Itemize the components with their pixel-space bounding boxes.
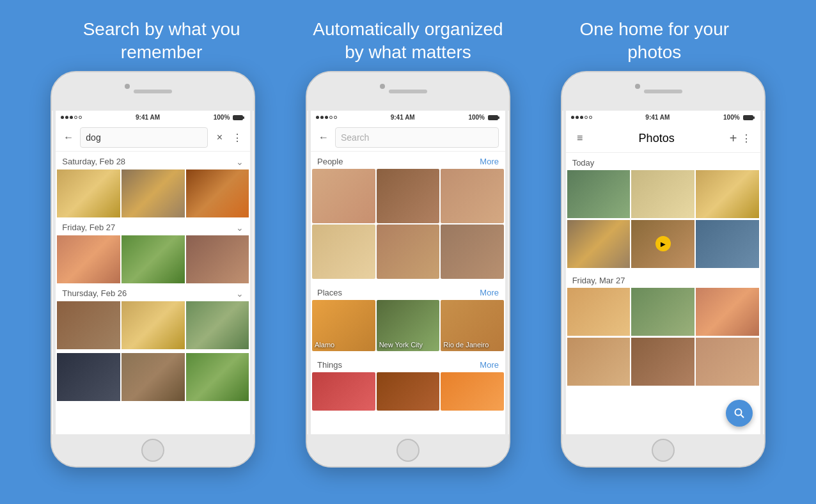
- status-bar-left: 9:41 AM 100%: [56, 111, 250, 125]
- date-label-1: Saturday, Feb 28: [62, 157, 125, 166]
- photo-grid-sat: [57, 169, 249, 217]
- photo-cell[interactable]: [696, 338, 759, 386]
- photo-cell-video[interactable]: ▶: [631, 220, 694, 268]
- headline-right: One home for your photos: [552, 18, 757, 65]
- signal-dot-5: [79, 116, 82, 119]
- people-more-link[interactable]: More: [480, 157, 499, 166]
- person-cell[interactable]: [312, 169, 375, 223]
- signal-dots: [61, 116, 82, 119]
- signal-dot-2: [65, 116, 68, 119]
- speaker-grille: [134, 90, 172, 93]
- person-cell[interactable]: [441, 224, 504, 279]
- chevron-3[interactable]: ⌄: [236, 288, 244, 299]
- search-fab[interactable]: [726, 400, 753, 427]
- signal-dot-c3: [325, 116, 328, 119]
- signal-dot-c1: [316, 116, 319, 119]
- phones-row: 9:41 AM 100% ← dog × ⋮ Saturday, Feb 28 …: [0, 71, 816, 504]
- photo-cell[interactable]: [57, 353, 120, 401]
- photo-cell[interactable]: [57, 169, 120, 217]
- search-box-left[interactable]: dog: [80, 127, 208, 148]
- battery-area-center: 100%: [468, 114, 500, 122]
- place-cell-rio[interactable]: Rio de Janeiro: [441, 300, 504, 351]
- back-button-center[interactable]: ←: [317, 131, 330, 144]
- headline-left: Search by what you remember: [59, 18, 264, 65]
- search-placeholder: Search: [341, 132, 369, 143]
- svg-rect-1: [243, 116, 244, 119]
- photo-cell[interactable]: [696, 288, 759, 336]
- person-cell[interactable]: [312, 224, 375, 279]
- speaker-grille-r: [644, 90, 682, 93]
- signal-dot-r2: [576, 116, 579, 119]
- photo-cell[interactable]: [696, 170, 759, 218]
- thing-cell[interactable]: [377, 372, 440, 411]
- clear-search-button[interactable]: ×: [213, 131, 226, 144]
- svg-line-7: [741, 414, 744, 418]
- phone-top-bar-center: [307, 72, 509, 111]
- photo-cell[interactable]: [57, 301, 120, 349]
- back-button-left[interactable]: ←: [62, 131, 75, 144]
- thing-cell[interactable]: [441, 372, 504, 411]
- home-button-center[interactable]: [396, 439, 420, 462]
- thing-cell[interactable]: [312, 372, 375, 411]
- today-label: Today: [572, 158, 595, 168]
- add-photo-button[interactable]: +: [727, 132, 740, 145]
- photo-cell[interactable]: [631, 170, 694, 218]
- search-box-center[interactable]: Search: [335, 127, 499, 148]
- search-toolbar: ← dog × ⋮: [56, 125, 250, 152]
- photo-cell[interactable]: [186, 169, 249, 217]
- photo-cell[interactable]: [567, 170, 631, 218]
- more-options-button-right[interactable]: ⋮: [740, 132, 753, 145]
- photo-cell[interactable]: [567, 220, 631, 268]
- places-section-header: Places More: [311, 283, 505, 300]
- person-cell[interactable]: [441, 169, 504, 223]
- phone-bottom-center: [307, 434, 509, 466]
- battery-pct-center: 100%: [468, 114, 485, 121]
- date-section-2: Friday, Feb 27 ⌄: [56, 217, 250, 235]
- home-button-right[interactable]: [652, 439, 675, 462]
- photo-cell[interactable]: [567, 338, 631, 386]
- place-cell-nyc[interactable]: New York City: [377, 300, 440, 351]
- date-label-2: Friday, Feb 27: [62, 223, 115, 232]
- photo-cell[interactable]: [696, 220, 759, 268]
- signal-dot-4: [74, 116, 77, 119]
- photo-cell[interactable]: [122, 301, 185, 349]
- mar27-label: Friday, Mar 27: [572, 276, 625, 285]
- photo-grid-thu: [57, 301, 249, 349]
- people-grid: [312, 169, 504, 279]
- people-section-header: People More: [311, 152, 505, 169]
- photo-cell[interactable]: [122, 353, 185, 401]
- photo-cell[interactable]: [631, 338, 694, 386]
- photo-cell[interactable]: [57, 235, 120, 283]
- hamburger-menu-button[interactable]: ≡: [574, 132, 586, 145]
- mar27-photo-grid-2: [567, 338, 759, 386]
- place-cell-alamo[interactable]: Alamo: [312, 300, 375, 351]
- photo-cell[interactable]: [122, 169, 185, 217]
- things-label: Things: [317, 360, 342, 370]
- phone-bottom-right: [562, 434, 764, 466]
- battery-icon-right: [742, 114, 755, 122]
- svg-rect-5: [753, 116, 755, 119]
- home-button-left[interactable]: [141, 439, 164, 462]
- video-play-icon: ▶: [655, 236, 671, 251]
- places-more-link[interactable]: More: [480, 288, 499, 297]
- photos-app-title: Photos: [586, 132, 727, 145]
- signal-dot-r1: [571, 116, 574, 119]
- photo-cell[interactable]: [186, 235, 249, 283]
- photo-cell[interactable]: [631, 288, 694, 336]
- photo-cell[interactable]: [122, 235, 185, 283]
- things-more-link[interactable]: More: [480, 360, 499, 370]
- person-cell[interactable]: [377, 224, 440, 279]
- photos-toolbar: ≡ Photos + ⋮: [566, 125, 760, 153]
- photo-grid-fri: [57, 235, 249, 283]
- date-label-3: Thursday, Feb 26: [62, 288, 127, 298]
- photo-cell[interactable]: [567, 288, 631, 336]
- photo-cell[interactable]: [186, 353, 249, 401]
- photo-cell[interactable]: [186, 301, 249, 349]
- person-cell[interactable]: [377, 169, 440, 223]
- more-options-button-left[interactable]: ⋮: [231, 131, 244, 144]
- chevron-2[interactable]: ⌄: [236, 223, 244, 233]
- speaker-grille-c: [389, 90, 427, 93]
- chevron-1[interactable]: ⌄: [236, 157, 244, 167]
- today-photo-grid: [567, 170, 759, 218]
- signal-dot-r3: [580, 116, 583, 119]
